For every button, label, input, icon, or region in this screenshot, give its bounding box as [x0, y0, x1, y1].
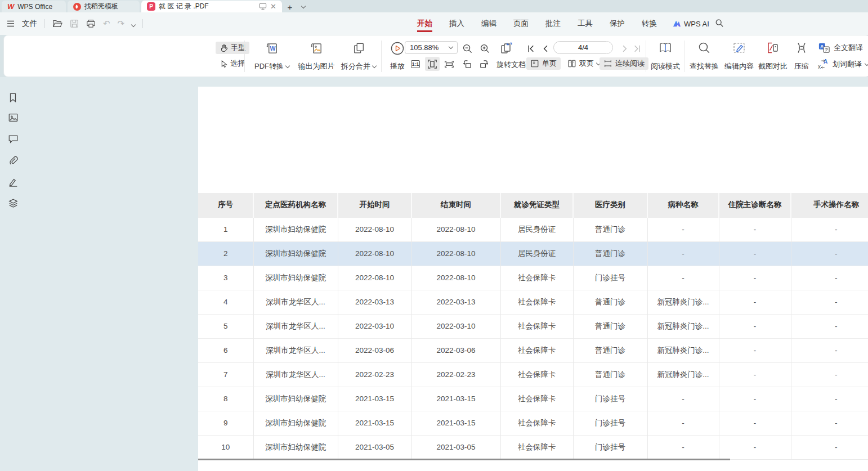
- table-cell: 深圳市龙华区人...: [253, 314, 338, 338]
- rotate-right-button[interactable]: [478, 59, 490, 70]
- quick-access-dropdown-icon[interactable]: [132, 20, 135, 28]
- zoom-out-button[interactable]: [462, 43, 473, 54]
- table-row: 9深圳市妇幼保健院2021-03-152021-03-15社会保障卡门诊挂号--…: [198, 411, 868, 435]
- export-image-button[interactable]: 输出为图片: [294, 39, 338, 73]
- menu-bar: 文件 ↶ ↷ 开始插入编辑页面批注工具保护转换 WPS AI: [0, 12, 868, 35]
- actual-size-button[interactable]: 1:1: [408, 57, 423, 71]
- compress-icon: [795, 41, 808, 55]
- table-cell: 社会保障卡: [500, 266, 573, 290]
- edit-content-icon: [732, 41, 746, 55]
- last-page-button[interactable]: [632, 44, 642, 53]
- cursor-icon: [220, 60, 227, 68]
- zoom-in-button[interactable]: [480, 43, 490, 54]
- menu-item[interactable]: 保护: [610, 12, 625, 35]
- page-indicator-input[interactable]: 4/4: [553, 41, 613, 54]
- table-cell: 2022-03-06: [411, 338, 500, 362]
- next-page-button[interactable]: [620, 44, 629, 53]
- compress-button[interactable]: 压缩: [790, 39, 813, 73]
- table-cell: 2021-03-15: [411, 411, 500, 435]
- read-mode-button[interactable]: 阅读模式: [649, 39, 682, 73]
- new-tab-icon[interactable]: +: [284, 1, 296, 12]
- pdf-convert-icon: W: [265, 41, 279, 56]
- table-cell: 普通门诊: [573, 362, 647, 387]
- first-page-button[interactable]: [526, 44, 536, 53]
- single-page-button[interactable]: 单页: [526, 57, 561, 70]
- zoom-level-select[interactable]: 105.88%: [405, 41, 458, 54]
- rotate-right-icon: [478, 59, 490, 70]
- table-cell: 居民身份证: [500, 217, 573, 241]
- rotate-left-button[interactable]: [461, 59, 473, 70]
- double-page-icon: [567, 59, 576, 68]
- signature-panel-button[interactable]: [7, 176, 19, 188]
- table-row: 2深圳市妇幼保健院2022-08-102022-08-10居民身份证普通门诊--…: [198, 241, 868, 266]
- edit-content-button[interactable]: 编辑内容: [722, 39, 756, 73]
- menu-item[interactable]: 插入: [449, 12, 464, 35]
- menu-item[interactable]: 批注: [545, 12, 561, 35]
- comment-icon: [8, 134, 19, 144]
- tab-list-dropdown-icon[interactable]: [298, 1, 309, 12]
- table-cell: 2022-03-06: [338, 338, 411, 362]
- menu-item[interactable]: 开始: [417, 12, 432, 35]
- split-merge-button[interactable]: 拆分合并: [338, 39, 379, 73]
- tab-docer-templates[interactable]: 找稻壳模板: [68, 1, 140, 12]
- continuous-read-button[interactable]: 连续阅读: [599, 57, 648, 70]
- page-refresh-icon[interactable]: [499, 41, 514, 56]
- find-replace-button[interactable]: 查找替换: [687, 39, 721, 73]
- thumbnail-panel-button[interactable]: [7, 111, 19, 124]
- attachment-panel-button[interactable]: [7, 154, 19, 167]
- table-cell: 普通门诊: [573, 338, 647, 362]
- rotate-document-button[interactable]: 旋转文档: [493, 59, 530, 71]
- table-cell: 3: [198, 266, 253, 290]
- double-page-button[interactable]: 双页: [563, 57, 604, 70]
- full-translate-button[interactable]: A 全文翻译: [818, 42, 863, 54]
- comment-panel-button[interactable]: [7, 133, 19, 145]
- table-cell: -: [791, 290, 868, 314]
- close-icon[interactable]: ✕: [270, 2, 276, 11]
- menu-item[interactable]: 工具: [578, 12, 593, 35]
- fit-page-button[interactable]: [425, 57, 440, 71]
- record-table-body: 1深圳市妇幼保健院2022-08-102022-08-10居民身份证普通门诊--…: [198, 217, 868, 459]
- tab-label: WPS Office: [17, 3, 52, 11]
- file-menu[interactable]: 文件: [22, 19, 37, 29]
- pen-icon: [8, 177, 19, 187]
- menu-item[interactable]: 编辑: [481, 12, 496, 35]
- svg-text:W: W: [270, 45, 275, 52]
- table-cell: 深圳市龙华区人...: [253, 338, 338, 362]
- bookmark-panel-button[interactable]: [7, 91, 19, 104]
- image-icon: [8, 113, 19, 123]
- split-merge-icon: [352, 41, 365, 56]
- prev-page-button[interactable]: [541, 44, 551, 53]
- word-translate-icon: xA: [817, 59, 829, 70]
- menu-item[interactable]: 转换: [642, 12, 657, 35]
- table-cell: 2021-03-15: [411, 387, 500, 411]
- table-cell: 社会保障卡: [500, 338, 573, 362]
- table-header-cell: 结束时间: [411, 193, 500, 217]
- menu-search-icon[interactable]: [715, 19, 724, 28]
- print-icon[interactable]: [86, 19, 96, 28]
- hamburger-icon[interactable]: [7, 20, 15, 27]
- open-file-icon[interactable]: [52, 19, 62, 28]
- tab-document[interactable]: P 就 医 记 录 .PDF ✕: [141, 1, 282, 12]
- table-cell: 社会保障卡: [500, 435, 573, 459]
- word-translate-button[interactable]: xA 划词翻译: [817, 58, 868, 70]
- fit-width-button[interactable]: [442, 57, 457, 71]
- table-cell: 深圳市妇幼保健院: [253, 387, 338, 411]
- save-icon[interactable]: [70, 19, 79, 28]
- tab-wps-office[interactable]: W WPS Office: [2, 1, 66, 12]
- full-translate-icon: A: [818, 42, 830, 53]
- table-cell: 2021-03-05: [338, 435, 411, 459]
- table-cell: -: [791, 362, 868, 387]
- table-cell: -: [719, 387, 791, 411]
- docer-icon: [73, 3, 81, 11]
- undo-icon[interactable]: ↶: [103, 19, 110, 29]
- table-cell: 2022-08-10: [411, 266, 500, 290]
- layers-panel-button[interactable]: [7, 197, 19, 209]
- redo-icon[interactable]: ↷: [118, 19, 125, 29]
- menu-item[interactable]: 页面: [513, 12, 529, 35]
- wps-ai-button[interactable]: WPS AI: [672, 12, 709, 35]
- wps-ai-icon: [672, 20, 681, 28]
- screenshot-compare-button[interactable]: 截图对比: [756, 39, 790, 73]
- monitor-icon[interactable]: [259, 3, 267, 10]
- pdf-convert-button[interactable]: W PDF转换: [250, 39, 293, 73]
- table-cell: -: [719, 290, 791, 314]
